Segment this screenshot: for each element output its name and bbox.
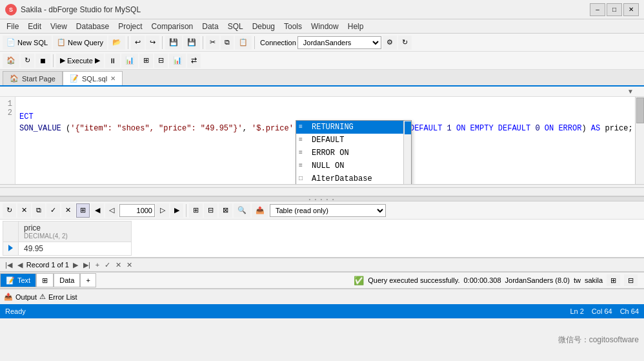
grid-btn2[interactable]: ⊞ xyxy=(189,203,203,218)
status-tab-add[interactable]: + xyxy=(80,273,96,287)
editor-hscrollbar[interactable] xyxy=(0,187,644,196)
cut-button[interactable]: ✂ xyxy=(206,36,219,50)
menu-sql[interactable]: SQL xyxy=(224,21,247,32)
undo-icon: ↩ xyxy=(135,38,141,46)
text-tab-label: Text xyxy=(17,276,30,284)
cancel-rec-button[interactable]: ✕ xyxy=(114,261,123,269)
delete-rec-button[interactable]: ✕ xyxy=(125,261,134,269)
search-btn[interactable]: 🔍 xyxy=(234,203,250,218)
error-list-label[interactable]: Error List xyxy=(48,293,77,301)
resize-divider[interactable]: • • • • • xyxy=(0,196,644,201)
status-tab-grid[interactable]: ⊞ xyxy=(36,273,54,287)
first-record-button[interactable]: |◀ xyxy=(4,261,14,269)
ac-item-default[interactable]: ≡ DEFAULT xyxy=(296,134,411,147)
stop-execute-button[interactable]: ⏸ xyxy=(105,54,120,68)
save-all-button[interactable]: 💾 xyxy=(183,36,200,50)
title-bar: S Sakila - dbForge Studio for MySQL – □ … xyxy=(0,0,644,19)
refresh-button[interactable]: ↻ xyxy=(398,36,412,50)
sep2 xyxy=(162,36,163,49)
toolbar-main: 📄 New SQL 📋 New Query 📂 ↩ ↪ 💾 💾 ✂ ⧉ 📋 Co… xyxy=(0,34,644,52)
undo-button[interactable]: ↩ xyxy=(131,36,145,50)
cancel-results-icon: ✕ xyxy=(21,206,27,214)
stop-button[interactable]: ⏹ xyxy=(35,54,50,68)
redo-icon: ↪ xyxy=(150,38,156,46)
grid-button[interactable]: ⊟ xyxy=(154,54,168,68)
menu-tools[interactable]: Tools xyxy=(280,21,306,32)
tab-start-page[interactable]: 🏠 Start Page xyxy=(3,71,63,85)
close-button[interactable]: ✕ xyxy=(623,3,639,16)
start-page-tb-button[interactable]: 🏠 xyxy=(3,54,19,68)
next-page-button[interactable]: ▶ xyxy=(170,203,183,218)
connection-selector[interactable]: JordanSanders xyxy=(297,36,381,49)
menu-help[interactable]: Help xyxy=(344,21,368,32)
paste-button[interactable]: 📋 xyxy=(235,36,252,50)
status-bar: Ready Ln 2 Col 64 Ch 64 xyxy=(0,304,644,318)
grid-btn3[interactable]: ⊟ xyxy=(204,203,217,218)
plan-button[interactable]: 📊 xyxy=(121,54,138,68)
status-tab-text[interactable]: 📝 Text xyxy=(0,273,36,287)
copy-results-button[interactable]: ⧉ xyxy=(32,203,45,218)
menu-data[interactable]: Data xyxy=(198,21,222,32)
compare-button[interactable]: ⇄ xyxy=(187,54,201,68)
last-rec-button[interactable]: ▶| xyxy=(82,261,92,269)
menu-window[interactable]: Window xyxy=(307,21,343,32)
table-selector[interactable]: Table (read only) xyxy=(270,204,386,217)
export-btn[interactable]: 📤 xyxy=(252,203,268,218)
tab-close-button[interactable]: ✕ xyxy=(110,75,116,82)
cancel-results-button[interactable]: ✕ xyxy=(17,203,31,218)
menu-comparison[interactable]: Comparison xyxy=(148,21,197,32)
sep3 xyxy=(203,36,203,49)
results-view-btn1[interactable]: ⊞ xyxy=(607,274,620,286)
format-button[interactable]: ⊞ xyxy=(139,54,153,68)
save-button[interactable]: 💾 xyxy=(165,36,182,50)
results-view-btn2[interactable]: ⊟ xyxy=(624,274,638,286)
stop-icon: ⏹ xyxy=(39,57,46,65)
refresh-results-button[interactable]: ↻ xyxy=(3,203,16,218)
menu-database[interactable]: Database xyxy=(72,21,113,32)
tab-sql[interactable]: 📝 SQL.sql ✕ xyxy=(63,71,123,85)
ac-item-error-on[interactable]: ≡ ERROR ON xyxy=(296,147,411,160)
ac-item-returning[interactable]: ≡ RETURNING xyxy=(296,121,411,134)
menu-view[interactable]: View xyxy=(46,21,71,32)
editor-dropdown-arrow[interactable]: ▼ xyxy=(627,88,634,95)
connection-options-button[interactable]: ⚙ xyxy=(383,36,397,50)
tab-start-page-label: Start Page xyxy=(22,75,55,83)
next-rec-button[interactable]: ▶ xyxy=(72,261,79,269)
menu-debug[interactable]: Debug xyxy=(248,21,279,32)
ac-item-null-on[interactable]: ≡ NULL ON xyxy=(296,160,411,172)
status-tab-data[interactable]: Data xyxy=(54,273,80,287)
prev-rec-button[interactable]: ◀ xyxy=(16,261,24,269)
add-rec-button[interactable]: + xyxy=(94,261,101,269)
delete-row-button[interactable]: ✕ xyxy=(61,203,75,218)
prev-page-button[interactable]: ◀ xyxy=(91,203,104,218)
redo-button[interactable]: ↪ xyxy=(146,36,159,50)
check-results-button[interactable]: ✓ xyxy=(46,203,60,218)
compare-icon: ⇄ xyxy=(191,56,197,65)
open-button[interactable]: 📂 xyxy=(108,36,125,50)
output-label[interactable]: Output xyxy=(15,293,37,301)
check-rec-button[interactable]: ✓ xyxy=(103,261,112,269)
ac-scrollbar[interactable] xyxy=(403,121,411,185)
menu-project[interactable]: Project xyxy=(114,21,146,32)
ac-item-alterdatabase[interactable]: □ AlterDatabase xyxy=(296,172,411,185)
new-sql-button[interactable]: 📄 New SQL xyxy=(3,36,52,50)
limit-input[interactable] xyxy=(119,204,155,217)
copy-button[interactable]: ⧉ xyxy=(221,36,234,50)
col-price-label: price xyxy=(24,223,126,232)
grid-view-button[interactable]: ⊞ xyxy=(76,203,90,218)
minimize-button[interactable]: – xyxy=(590,3,605,16)
next-record-button[interactable]: ▷ xyxy=(156,203,169,218)
execute-button[interactable]: ▶ Execute ▶ xyxy=(56,54,104,68)
editor-vscrollbar[interactable] xyxy=(635,97,644,184)
stop-execute-icon: ⏸ xyxy=(109,57,116,65)
prev-record-button[interactable]: ◁ xyxy=(105,203,118,218)
new-query-button[interactable]: 📋 New Query xyxy=(53,36,107,50)
ac-alterdatabase-icon: □ xyxy=(299,172,303,185)
schema-button[interactable]: 📊 xyxy=(169,54,186,68)
grid-btn4[interactable]: ⊠ xyxy=(219,203,232,218)
refresh2-button[interactable]: ↻ xyxy=(21,54,34,68)
menu-edit[interactable]: Edit xyxy=(24,21,45,32)
maximize-button[interactable]: □ xyxy=(607,3,622,16)
menu-file[interactable]: File xyxy=(3,21,23,32)
record-indicator: Record 1 of 1 xyxy=(26,261,69,269)
